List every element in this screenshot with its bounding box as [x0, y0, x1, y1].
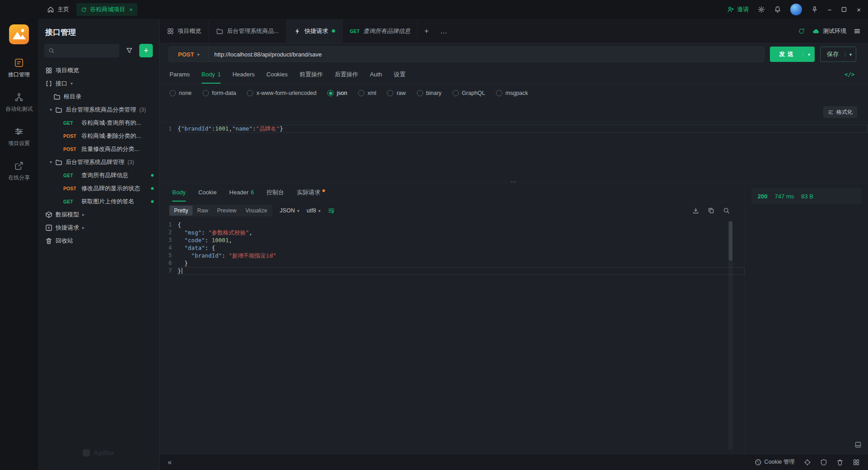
cookie-manager-button[interactable]: Cookie 管理 [755, 458, 795, 466]
gear-icon[interactable] [758, 6, 765, 13]
response-tab-body[interactable]: Body [172, 183, 186, 202]
response-tab-console[interactable]: 控制台 [266, 183, 284, 202]
minimize-button[interactable]: − [827, 6, 831, 13]
view-mode-raw[interactable]: Raw [193, 206, 212, 216]
add-api-button[interactable]: + [139, 44, 153, 57]
search-input[interactable] [44, 44, 119, 57]
tab-post-operations[interactable]: 后置操作 [335, 65, 358, 84]
sidebar-section-api[interactable]: 接口 ▾ [38, 77, 159, 90]
tab-cookies[interactable]: Cookies [266, 65, 288, 84]
body-type-form-data[interactable]: form-data [203, 90, 236, 96]
method-select[interactable]: POST ▾ [169, 47, 209, 61]
invite-button[interactable]: 邀请 [727, 5, 749, 14]
split-handle[interactable]: … [160, 177, 868, 183]
tree-folder-brand-mgmt[interactable]: ▾ 后台管理系统品牌管理 (3) [38, 155, 159, 169]
rail-item-online-share[interactable]: 在线分享 [8, 161, 30, 182]
view-mode-preview[interactable]: Preview [212, 206, 241, 216]
sidebar-item-data-models[interactable]: 数据模型 ▸ [38, 208, 159, 221]
bell-icon[interactable] [774, 6, 781, 13]
tree-endpoint[interactable]: GET 谷粒商城-查询所有的... [38, 116, 159, 129]
save-button[interactable]: 保存 ▾ [820, 47, 856, 62]
body-type-binary[interactable]: binary [417, 90, 442, 96]
avatar[interactable] [790, 4, 802, 15]
body-type-graphql[interactable]: GraphQL [453, 90, 485, 96]
shield-icon[interactable] [820, 459, 827, 466]
maximize-button[interactable] [840, 6, 848, 13]
tab-pre-operations[interactable]: 前置操作 [299, 65, 323, 84]
pin-icon[interactable] [811, 6, 818, 13]
tab-get-brand-info[interactable]: GET 查询所有品牌信息 [343, 19, 418, 43]
sidebar-item-quick-requests[interactable]: 快捷请求 ▸ [38, 221, 159, 234]
tab-overflow-button[interactable]: … [435, 19, 452, 43]
word-wrap-icon[interactable] [328, 207, 335, 214]
tab-params[interactable]: Params [170, 65, 190, 84]
tree-endpoint[interactable]: POST 批量修改商品的分类... [38, 142, 159, 155]
project-tab[interactable]: 谷粒商城项目 × [76, 3, 137, 16]
environment-select[interactable]: 测试环境 [812, 27, 846, 35]
body-type-xml[interactable]: xml [358, 90, 376, 96]
apifox-logo[interactable] [9, 24, 29, 44]
body-type-raw[interactable]: raw [387, 90, 406, 96]
request-body-editor[interactable]: 1{"brandId":1001,"name":"品牌名"} [160, 122, 868, 177]
layout-toggle-icon[interactable] [854, 441, 862, 448]
trash-icon[interactable] [836, 459, 844, 466]
chevron-down-icon[interactable]: ▾ [845, 52, 856, 57]
close-window-button[interactable]: × [857, 6, 861, 13]
body-type-json[interactable]: json [327, 90, 347, 96]
close-project-tab-icon[interactable]: × [129, 7, 133, 13]
main-area: 项目概览 后台管理系统商品... 快捷请求 GET 查询所有品牌信息 + … [160, 19, 868, 470]
scrollbar-thumb[interactable] [729, 221, 732, 261]
rail-item-project-settings[interactable]: 项目设置 [8, 127, 30, 147]
tab-settings[interactable]: 设置 [394, 65, 406, 84]
search-response-icon[interactable] [723, 207, 730, 214]
new-tab-button[interactable]: + [418, 19, 435, 43]
sidebar-search-row: + [38, 44, 159, 64]
send-button[interactable]: 发 送 ▾ [770, 47, 815, 62]
body-type-msgpack[interactable]: msgpack [496, 90, 528, 96]
view-mode-visualize[interactable]: Visualize [241, 206, 272, 216]
tree-endpoint[interactable]: POST 修改品牌的显示的状态 [38, 182, 159, 195]
download-icon[interactable] [692, 207, 699, 214]
body-type-none[interactable]: none [170, 90, 192, 96]
tree-endpoint[interactable]: POST 谷粒商城-删除分类的... [38, 129, 159, 142]
scrollbar[interactable] [728, 221, 733, 450]
folder-icon [55, 159, 62, 166]
tree-root-folder[interactable]: 根目录 [38, 90, 159, 103]
generate-code-icon[interactable]: </> [844, 71, 854, 78]
home-icon [47, 6, 54, 13]
encoding-select[interactable]: utf8 ▾ [307, 207, 321, 214]
response-tab-actual-request[interactable]: 实际请求 [297, 183, 325, 202]
chevron-down-icon[interactable]: ▾ [803, 52, 815, 57]
radio-icon [358, 90, 364, 96]
url-input[interactable] [209, 47, 764, 61]
rail-item-api-management[interactable]: 接口管理 [8, 58, 30, 79]
grid-icon[interactable] [853, 459, 860, 466]
tab-folder-products[interactable]: 后台管理系统商品... [209, 19, 287, 43]
sidebar-item-recycle-bin[interactable]: 回收站 [38, 234, 159, 247]
home-tab[interactable]: 主页 [47, 5, 69, 14]
refresh-icon[interactable] [798, 28, 805, 35]
tab-project-overview[interactable]: 项目概览 [160, 19, 209, 43]
tree-folder-category-mgmt[interactable]: ▾ 后台管理系统商品分类管理 (3) [38, 103, 159, 116]
response-body-viewer[interactable]: 1{2 "msg": "参数格式校验",3 "code": 10001,4 "d… [160, 221, 745, 275]
copy-icon[interactable] [708, 207, 715, 214]
sidebar-item-overview[interactable]: 项目概览 [38, 64, 159, 77]
response-tab-cookie[interactable]: Cookie [198, 183, 217, 202]
tab-auth[interactable]: Auth [370, 65, 382, 84]
tab-quick-request[interactable]: 快捷请求 [287, 19, 343, 43]
filter-button[interactable] [123, 44, 136, 57]
target-icon[interactable] [804, 459, 811, 466]
tab-headers[interactable]: Headers [232, 65, 255, 84]
view-mode-pretty[interactable]: Pretty [170, 206, 193, 216]
hamburger-menu-icon[interactable] [854, 28, 861, 35]
tab-body[interactable]: Body 1 [202, 65, 221, 84]
collapse-sidebar-icon[interactable]: « [168, 458, 172, 466]
body-type-urlencoded[interactable]: x-www-form-urlencoded [247, 90, 316, 96]
rail-item-automated-testing[interactable]: 自动化测试 [5, 92, 33, 113]
tree-endpoint[interactable]: GET 查询所有品牌信息 [38, 169, 159, 182]
language-select[interactable]: JSON ▾ [280, 207, 299, 214]
unsaved-dot [332, 29, 335, 33]
tree-endpoint[interactable]: GET 获取图片上传的签名 [38, 195, 159, 208]
response-tab-header[interactable]: Header 6 [229, 183, 254, 202]
format-button[interactable]: 格式化 [823, 106, 857, 118]
